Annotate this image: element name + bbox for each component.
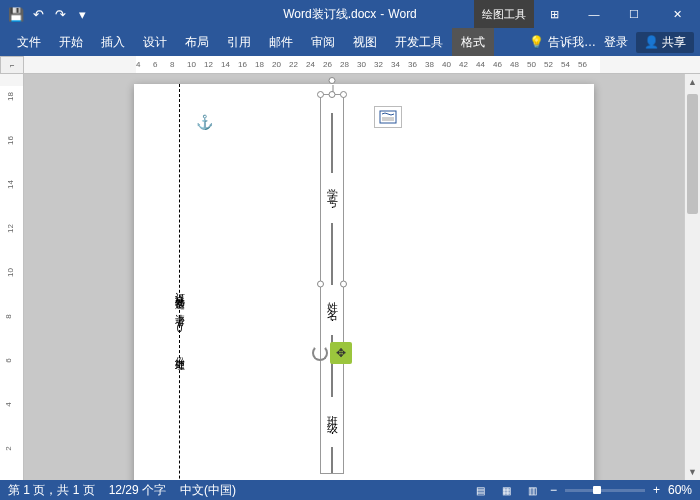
resize-handle-tl[interactable] bbox=[317, 91, 324, 98]
field-label-id: 学号： bbox=[321, 177, 343, 217]
ruler-tick: 10 bbox=[6, 268, 15, 277]
redo-icon[interactable]: ↷ bbox=[50, 4, 70, 24]
ruler-tick: 8 bbox=[4, 314, 13, 318]
ruler-tick: 4 bbox=[4, 402, 13, 406]
tab-file[interactable]: 文件 bbox=[8, 28, 50, 56]
tab-format[interactable]: 格式 bbox=[452, 28, 494, 56]
tab-references[interactable]: 引用 bbox=[218, 28, 260, 56]
undo-icon[interactable]: ↶ bbox=[28, 4, 48, 24]
page-count[interactable]: 第 1 页，共 1 页 bbox=[8, 482, 95, 499]
maximize-button[interactable]: ☐ bbox=[614, 0, 654, 28]
status-bar: 第 1 页，共 1 页 12/29 个字 中文(中国) ▤ ▦ ▥ − + 60… bbox=[0, 480, 700, 500]
ruler-tick: 26 bbox=[323, 60, 332, 69]
minimize-button[interactable]: — bbox=[574, 0, 614, 28]
zoom-out-button[interactable]: − bbox=[550, 483, 557, 497]
resize-handle-tm[interactable] bbox=[329, 91, 336, 98]
word-count[interactable]: 12/29 个字 bbox=[109, 482, 166, 499]
binding-line bbox=[179, 84, 180, 480]
svg-rect-0 bbox=[380, 111, 396, 123]
vertical-ruler[interactable]: 18161412108642 bbox=[0, 74, 24, 480]
ruler-area: ⌐ 46810121416182022242628303234363840424… bbox=[0, 56, 700, 74]
move-cursor-icon: ✥ bbox=[330, 342, 352, 364]
ruler-tick: 34 bbox=[391, 60, 400, 69]
vertical-scrollbar[interactable]: ▲ ▼ bbox=[684, 74, 700, 480]
ruler-tick: 48 bbox=[510, 60, 519, 69]
ruler-tick: 52 bbox=[544, 60, 553, 69]
app-name: Word bbox=[388, 7, 416, 21]
ruler-tick: 54 bbox=[561, 60, 570, 69]
ruler-tick: 50 bbox=[527, 60, 536, 69]
field-line bbox=[332, 223, 333, 285]
login-link[interactable]: 登录 bbox=[604, 34, 628, 51]
resize-handle-mr[interactable] bbox=[340, 281, 347, 288]
title-bar: 💾 ↶ ↷ ▾ Word装订线.docx - Word 绘图工具 ⊞ — ☐ ✕ bbox=[0, 0, 700, 28]
language-status[interactable]: 中文(中国) bbox=[180, 482, 236, 499]
layout-options-button[interactable] bbox=[374, 106, 402, 128]
ruler-tick: 16 bbox=[238, 60, 247, 69]
zoom-level[interactable]: 60% bbox=[668, 483, 692, 497]
selected-textbox[interactable]: 学号： 姓名： 班级： bbox=[320, 94, 344, 474]
ruler-tick: 16 bbox=[6, 136, 15, 145]
ruler-tick: 12 bbox=[6, 224, 15, 233]
ribbon-display-icon[interactable]: ⊞ bbox=[534, 0, 574, 28]
ruler-tick: 18 bbox=[255, 60, 264, 69]
window-title: Word装订线.docx - Word bbox=[283, 6, 417, 23]
web-layout-icon[interactable]: ▥ bbox=[524, 483, 542, 497]
resize-handle-tr[interactable] bbox=[340, 91, 347, 98]
scroll-thumb[interactable] bbox=[687, 94, 698, 214]
share-button[interactable]: 👤共享 bbox=[636, 32, 694, 53]
page: ⚓ 订线处答题，违者 0 份处理 学号： 姓名： 班级： bbox=[134, 84, 594, 480]
tab-layout[interactable]: 布局 bbox=[176, 28, 218, 56]
warning-text: 订线处答题，违者 0 份处理 bbox=[172, 284, 186, 355]
tab-view[interactable]: 视图 bbox=[344, 28, 386, 56]
tab-design[interactable]: 设计 bbox=[134, 28, 176, 56]
ruler-corner[interactable]: ⌐ bbox=[0, 56, 24, 74]
scroll-down-button[interactable]: ▼ bbox=[685, 464, 700, 480]
ruler-tick: 32 bbox=[374, 60, 383, 69]
tell-me-search[interactable]: 💡告诉我… bbox=[529, 34, 596, 51]
ribbon-tabs: 文件 开始 插入 设计 布局 引用 邮件 审阅 视图 开发工具 格式 💡告诉我…… bbox=[0, 28, 700, 56]
contextual-tab-label: 绘图工具 bbox=[474, 0, 534, 28]
layout-options-icon bbox=[379, 110, 397, 124]
zoom-slider[interactable] bbox=[565, 489, 645, 492]
ruler-tick: 36 bbox=[408, 60, 417, 69]
resize-handle-ml[interactable] bbox=[317, 281, 324, 288]
ruler-tick: 40 bbox=[442, 60, 451, 69]
field-line bbox=[332, 447, 333, 473]
ruler-tick: 10 bbox=[187, 60, 196, 69]
ruler-tick: 14 bbox=[6, 180, 15, 189]
tab-mailings[interactable]: 邮件 bbox=[260, 28, 302, 56]
read-mode-icon[interactable]: ▤ bbox=[472, 483, 490, 497]
field-label-name: 姓名： bbox=[321, 290, 343, 330]
tab-developer[interactable]: 开发工具 bbox=[386, 28, 452, 56]
ruler-tick: 44 bbox=[476, 60, 485, 69]
print-layout-icon[interactable]: ▦ bbox=[498, 483, 516, 497]
tab-home[interactable]: 开始 bbox=[50, 28, 92, 56]
ruler-tick: 56 bbox=[578, 60, 587, 69]
quick-access-toolbar: 💾 ↶ ↷ ▾ bbox=[0, 4, 92, 24]
share-icon: 👤 bbox=[644, 35, 659, 49]
anchor-icon: ⚓ bbox=[196, 114, 213, 130]
ruler-tick: 6 bbox=[153, 60, 157, 69]
scroll-up-button[interactable]: ▲ bbox=[685, 74, 700, 90]
field-line bbox=[332, 113, 333, 173]
close-button[interactable]: ✕ bbox=[654, 0, 700, 28]
tab-review[interactable]: 审阅 bbox=[302, 28, 344, 56]
ruler-tick: 18 bbox=[6, 92, 15, 101]
ruler-tick: 12 bbox=[204, 60, 213, 69]
horizontal-ruler[interactable]: 4681012141618202224262830323436384042444… bbox=[24, 56, 700, 74]
zoom-in-button[interactable]: + bbox=[653, 483, 660, 497]
rotate-handle[interactable] bbox=[329, 77, 336, 84]
ruler-tick: 24 bbox=[306, 60, 315, 69]
ruler-tick: 2 bbox=[4, 446, 13, 450]
ruler-tick: 14 bbox=[221, 60, 230, 69]
ruler-tick: 22 bbox=[289, 60, 298, 69]
document-area[interactable]: ⚓ 订线处答题，违者 0 份处理 学号： 姓名： 班级： bbox=[24, 74, 684, 480]
save-icon[interactable]: 💾 bbox=[6, 4, 26, 24]
qat-customize-icon[interactable]: ▾ bbox=[72, 4, 92, 24]
tab-insert[interactable]: 插入 bbox=[92, 28, 134, 56]
ruler-tick: 46 bbox=[493, 60, 502, 69]
lightbulb-icon: 💡 bbox=[529, 35, 544, 49]
ruler-tick: 6 bbox=[4, 358, 13, 362]
ruler-tick: 8 bbox=[170, 60, 174, 69]
